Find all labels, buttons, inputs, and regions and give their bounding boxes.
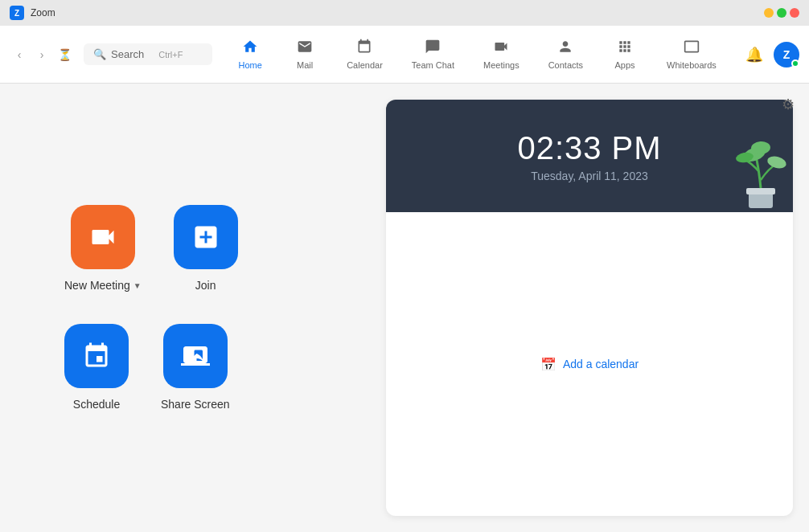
- action-area: New Meeting ▼ Join Sched: [0, 84, 386, 532]
- add-calendar-button[interactable]: 📅 Add a calendar: [540, 357, 639, 372]
- calendar-widget: 02:33 PM Tuesday, April 11, 2023: [386, 100, 793, 516]
- calendar-add-icon: 📅: [540, 357, 556, 372]
- avatar-letter: Z: [783, 48, 791, 61]
- search-label: Search: [111, 48, 144, 60]
- search-shortcut: Ctrl+F: [158, 50, 183, 59]
- clock-section: 02:33 PM Tuesday, April 11, 2023: [386, 100, 793, 212]
- nav-label-meetings: Meetings: [483, 60, 519, 70]
- nav-item-team-chat[interactable]: Team Chat: [399, 34, 467, 75]
- meetings-icon: [493, 39, 509, 59]
- window-controls: [764, 8, 799, 18]
- avatar[interactable]: Z: [774, 42, 799, 68]
- nav-item-apps[interactable]: Apps: [599, 34, 651, 75]
- nav-item-contacts[interactable]: Contacts: [536, 34, 596, 75]
- contacts-icon: [557, 39, 573, 59]
- join-button[interactable]: [174, 205, 238, 269]
- nav-label-calendar: Calendar: [347, 60, 383, 70]
- calendar-icon: [356, 39, 372, 59]
- clock-time: 02:33 PM: [517, 130, 661, 166]
- bell-icon: 🔔: [745, 46, 763, 63]
- new-meeting-label: New Meeting: [64, 279, 130, 292]
- app-logo: Z: [10, 6, 24, 20]
- home-icon: [242, 39, 258, 59]
- plant-decoration: [729, 116, 793, 212]
- nav-label-home: Home: [238, 60, 261, 70]
- nav-item-home[interactable]: Home: [224, 34, 276, 75]
- nav-history-group: ‹ › ⏳: [10, 45, 74, 64]
- new-meeting-chevron-icon: ▼: [133, 281, 142, 290]
- nav-item-mail[interactable]: Mail: [279, 34, 331, 75]
- share-screen-label-row: Share Screen: [161, 398, 230, 411]
- nav-item-meetings[interactable]: Meetings: [470, 34, 532, 75]
- main-content: ⚙ New Meeting ▼ Join: [0, 84, 809, 532]
- clock-content: 02:33 PM Tuesday, April 11, 2023: [405, 130, 774, 182]
- share-screen-button[interactable]: [163, 324, 228, 388]
- nav-history-button[interactable]: ⏳: [55, 45, 74, 64]
- title-bar-left: Z Zoom: [10, 6, 55, 20]
- share-screen-label: Share Screen: [161, 398, 230, 411]
- notifications-button[interactable]: 🔔: [741, 42, 767, 68]
- online-status-dot: [791, 59, 799, 68]
- whiteboards-icon: [684, 39, 700, 59]
- minimize-button[interactable]: [764, 8, 774, 18]
- nav-label-mail: Mail: [297, 60, 313, 70]
- nav-items: Home Mail Calendar Team Chat: [219, 34, 735, 75]
- schedule-button[interactable]: [64, 324, 129, 388]
- nav-label-contacts: Contacts: [548, 60, 583, 70]
- nav-item-whiteboards[interactable]: Whiteboards: [654, 34, 729, 75]
- maximize-button[interactable]: [777, 8, 786, 18]
- nav-item-calendar[interactable]: Calendar: [334, 34, 396, 75]
- gear-icon: ⚙: [782, 96, 795, 113]
- title-bar: Z Zoom: [0, 0, 809, 26]
- schedule-item: Schedule: [64, 324, 129, 411]
- action-row-top: New Meeting ▼ Join: [64, 205, 322, 292]
- top-nav: ‹ › ⏳ 🔍 Search Ctrl+F Home Mail: [0, 26, 809, 84]
- back-icon: ‹: [18, 48, 22, 61]
- schedule-label-row: Schedule: [73, 398, 120, 411]
- new-meeting-label-row: New Meeting ▼: [64, 279, 142, 292]
- nav-label-whiteboards: Whiteboards: [667, 60, 717, 70]
- nav-right: 🔔 Z: [741, 42, 799, 68]
- settings-button[interactable]: ⚙: [777, 93, 799, 116]
- search-icon: 🔍: [93, 48, 106, 60]
- close-button[interactable]: [790, 8, 799, 18]
- nav-label-team-chat: Team Chat: [412, 60, 454, 70]
- forward-icon: ›: [40, 48, 44, 61]
- calendar-body: 📅 Add a calendar: [386, 212, 793, 516]
- join-item: Join: [174, 205, 238, 292]
- new-meeting-button[interactable]: [71, 205, 135, 269]
- action-row-bottom: Schedule Share Screen: [64, 324, 322, 411]
- svg-rect-1: [746, 188, 775, 194]
- team-chat-icon: [425, 39, 441, 59]
- svg-point-3: [766, 154, 788, 170]
- apps-icon: [617, 39, 633, 59]
- history-icon: ⏳: [58, 48, 72, 61]
- share-screen-item: Share Screen: [161, 324, 230, 411]
- join-label: Join: [195, 279, 216, 292]
- clock-date: Tuesday, April 11, 2023: [531, 170, 648, 182]
- nav-label-apps: Apps: [615, 60, 635, 70]
- schedule-label: Schedule: [73, 398, 120, 411]
- join-label-row: Join: [195, 279, 216, 292]
- search-box[interactable]: 🔍 Search Ctrl+F: [84, 43, 212, 65]
- new-meeting-item: New Meeting ▼: [64, 205, 142, 292]
- add-calendar-label: Add a calendar: [563, 358, 639, 370]
- nav-forward-button[interactable]: ›: [32, 45, 51, 64]
- app-title: Zoom: [31, 7, 55, 18]
- nav-back-button[interactable]: ‹: [10, 45, 29, 64]
- mail-icon: [297, 39, 313, 59]
